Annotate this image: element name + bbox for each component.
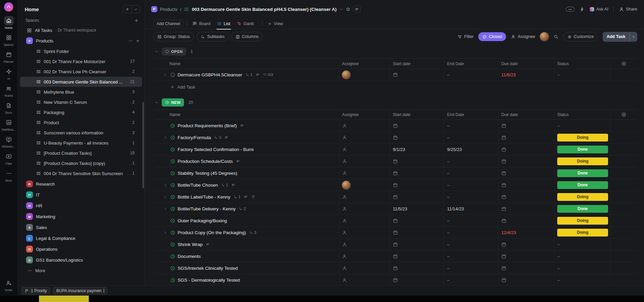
status-cell[interactable]: – (554, 274, 610, 285)
status-pill[interactable]: Doing (557, 193, 608, 201)
expand-icon[interactable] (163, 183, 168, 187)
task-row[interactable]: Factory Selected Confirmation - Bumi9/1/… (155, 144, 637, 155)
task-status-icon[interactable] (170, 278, 175, 283)
task-row[interactable]: Bottle Label/Tube - Kenny1–Doing (155, 191, 637, 203)
task-status-icon[interactable] (170, 218, 175, 223)
column-header[interactable]: Status (554, 110, 610, 119)
due-date-cell[interactable] (498, 179, 554, 191)
favorite-star-icon[interactable] (346, 7, 350, 12)
status-cell[interactable]: Doing (554, 155, 610, 167)
expand-icon[interactable] (163, 73, 168, 77)
breadcrumb-title[interactable]: 003 Dermacure Gentle Skin Balanced pH4.5… (192, 7, 337, 12)
task-status-icon[interactable] (170, 135, 175, 140)
task-row[interactable]: Stability Testing (45 Degrees)–Done (155, 167, 637, 179)
sidebar-space-legal-compliance[interactable]: LLegal & Compliance (17, 233, 145, 244)
rail-item-docs[interactable]: Docs (0, 99, 17, 116)
task-status-icon[interactable] (170, 159, 175, 164)
assignee-cell[interactable] (339, 155, 390, 167)
group-collapse-icon[interactable] (155, 50, 159, 54)
group-by-button[interactable]: Group: Status (153, 32, 194, 41)
status-cell[interactable]: Done (554, 167, 610, 179)
expand-icon[interactable] (163, 195, 168, 199)
filter-button[interactable]: Filter (458, 34, 474, 39)
sidebar-list-item[interactable]: Product2 (20, 117, 142, 128)
sidebar-add-button[interactable] (123, 5, 132, 13)
due-date-cell[interactable] (498, 167, 554, 179)
expand-icon[interactable] (163, 231, 168, 234)
task-row[interactable]: Outer Packaging/Boxing–Doing (155, 215, 637, 227)
end-date-cell[interactable]: – (444, 191, 498, 203)
due-date-cell[interactable] (498, 262, 554, 274)
sidebar-list-item[interactable]: 004 Dr Thanni Sensitive Skin Sunscreen1 (20, 168, 142, 178)
closed-filter-button[interactable]: Closed (478, 32, 506, 41)
task-row[interactable]: Product Copy (On the Packaging)3–12/4/23… (155, 227, 637, 239)
start-date-cell[interactable] (390, 120, 444, 131)
start-date-cell[interactable] (390, 132, 444, 143)
automations-icon[interactable] (580, 7, 585, 12)
usage-meter[interactable] (566, 7, 575, 12)
due-date-cell[interactable] (498, 239, 554, 250)
start-date-cell[interactable] (390, 250, 444, 262)
assignee-cell[interactable] (339, 203, 390, 214)
sidebar-space-sales[interactable]: SSales (17, 222, 145, 233)
rail-item-dashboards[interactable]: Dashboa... (0, 116, 17, 133)
assignee-cell[interactable] (339, 120, 390, 131)
due-date-cell[interactable] (498, 132, 554, 143)
sidebar-list-item[interactable]: Methylene Blue3 (20, 87, 142, 97)
status-pill[interactable]: Doing (557, 157, 608, 165)
due-date-cell[interactable] (498, 155, 554, 167)
tray-item-bupa[interactable]: BUPA Insurance paymen (53, 287, 107, 295)
end-date-cell[interactable]: – (444, 239, 498, 250)
assignee-cell[interactable] (339, 191, 390, 203)
start-date-cell[interactable] (390, 239, 444, 250)
column-header[interactable]: Assignee (339, 110, 390, 119)
group-collapse-icon[interactable] (155, 100, 159, 105)
task-status-icon[interactable] (170, 147, 175, 152)
status-cell[interactable]: – (554, 239, 610, 250)
due-date-cell[interactable] (498, 250, 554, 262)
search-icon[interactable] (554, 34, 559, 39)
column-header[interactable]: Assignee (339, 59, 390, 69)
start-date-cell[interactable] (390, 167, 444, 179)
sidebar-list-item[interactable]: [Product Creation Tasks]19 (20, 148, 142, 158)
columns-button[interactable]: Columns (232, 32, 263, 41)
sidebar-space-hr[interactable]: HHR (17, 200, 145, 211)
sidebar-list-item[interactable]: 003 Dermacure Gentle Skin Balanced ...21 (20, 77, 142, 87)
due-date-cell[interactable]: 12/4/23 (498, 227, 554, 238)
status-cell[interactable]: – (554, 69, 610, 80)
space-options-icon[interactable] (128, 39, 133, 43)
due-date-cell[interactable] (498, 215, 554, 226)
rail-item-more[interactable]: More (0, 167, 17, 184)
end-date-cell[interactable]: – (444, 132, 498, 143)
column-header-name[interactable]: Name (155, 59, 339, 69)
task-status-icon[interactable] (170, 183, 175, 188)
column-header[interactable]: Start date (390, 59, 444, 69)
products-space-icon[interactable]: P (151, 6, 157, 12)
share-button[interactable]: Share (619, 7, 637, 12)
due-date-cell[interactable] (498, 191, 554, 203)
task-status-icon[interactable] (170, 230, 175, 235)
assignee-cell[interactable] (339, 132, 390, 143)
column-header[interactable]: Start date (390, 110, 444, 119)
title-chevron-icon[interactable] (339, 7, 343, 11)
sidebar-space-research[interactable]: RResearch (17, 178, 145, 189)
start-date-cell[interactable] (390, 215, 444, 226)
sidebar-more[interactable]: More (17, 265, 145, 276)
start-date-cell[interactable] (390, 227, 444, 238)
rail-item-teams[interactable]: Teams (0, 82, 17, 99)
task-row[interactable]: Dermacure GSBPH4.5Cleanser10/3–11/6/23– (155, 69, 637, 81)
task-row[interactable]: SGS - Dermatologically Tested–– (155, 274, 637, 285)
column-header[interactable]: End Date (444, 110, 498, 119)
assignee-cell[interactable] (339, 144, 390, 155)
expand-icon[interactable] (163, 136, 168, 139)
add-column-button[interactable] (610, 59, 637, 69)
end-date-cell[interactable]: – (444, 274, 498, 285)
task-status-icon[interactable] (170, 72, 175, 77)
sidebar-list-item[interactable]: 002 Dr Thanni Low Ph Cleanser2 (20, 67, 142, 77)
sidebar-list-item[interactable]: 001 Dr Thanni Face Moisturizer17 (20, 56, 142, 67)
assignee-cell[interactable] (339, 250, 390, 262)
sidebar-item-all-tasks[interactable]: All Tasks - Dr Thanni workspace (17, 25, 145, 35)
task-status-icon[interactable] (170, 171, 175, 176)
task-status-icon[interactable] (170, 242, 175, 247)
status-pill[interactable]: Done (557, 181, 608, 189)
